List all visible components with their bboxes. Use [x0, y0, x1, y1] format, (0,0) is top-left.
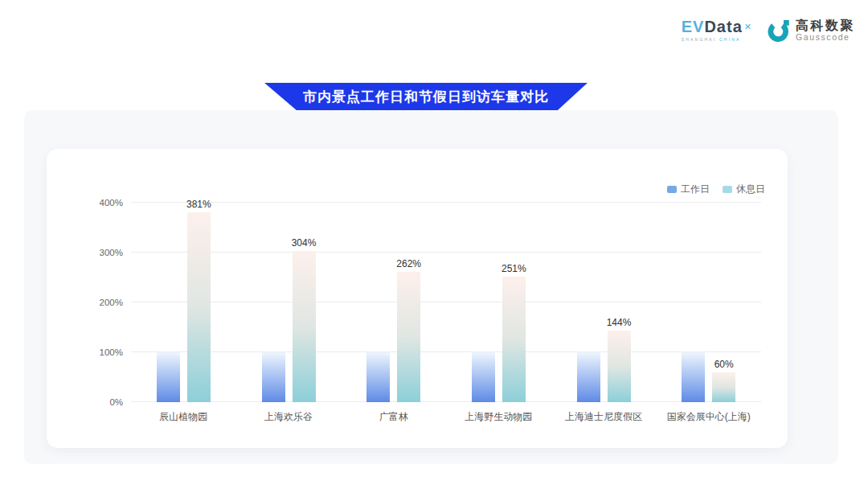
evdata-data-text: Data [704, 18, 742, 35]
bar-workday [262, 352, 285, 402]
bar-group: 144%上海迪士尼度假区 [551, 203, 657, 402]
evdata-x-icon: ✕ [744, 22, 752, 31]
evdata-ev-text: EV [682, 18, 705, 35]
bar-restday: 60% [712, 372, 735, 402]
chart-title: 市内景点工作日和节假日到访车量对比 [303, 88, 549, 106]
bar-value-label: 304% [292, 237, 317, 249]
x-axis-category-label: 广富林 [379, 410, 408, 424]
legend-swatch-workday [667, 186, 677, 193]
bar-group: 251%上海野生动物园 [446, 203, 551, 402]
bar-workday [472, 352, 495, 402]
bar-group: 381%辰山植物园 [131, 203, 236, 402]
bar-value-label: 60% [714, 359, 734, 370]
header-logos: EVData✕ SHANGHAI CHINA 高科数聚 Gausscode [682, 18, 855, 42]
bar-value-label: 381% [186, 199, 211, 210]
y-axis-tick-label: 400% [100, 198, 123, 208]
y-axis-tick-label: 200% [100, 298, 123, 307]
x-axis-category-label: 上海迪士尼度假区 [565, 410, 642, 424]
chart-legend: 工作日休息日 [667, 183, 765, 196]
legend-swatch-restday [723, 186, 732, 193]
gausscode-mark-icon [767, 18, 791, 42]
bar-workday [366, 352, 390, 402]
bar-restday: 251% [502, 277, 526, 402]
gausscode-en-name: Gausscode [796, 32, 855, 42]
chart-title-banner: 市内景点工作日和节假日到访车量对比 [264, 83, 588, 111]
bar-restday: 262% [397, 272, 420, 402]
gausscode-cn-name: 高科数聚 [796, 18, 855, 32]
x-axis-category-label: 辰山植物园 [159, 410, 207, 424]
bar-workday [682, 352, 705, 402]
bar-group: 304%上海欢乐谷 [236, 203, 342, 402]
bar-value-label: 262% [396, 258, 421, 269]
evdata-wordmark: EVData✕ [682, 18, 752, 35]
bar-restday: 144% [608, 331, 631, 402]
y-axis-tick-label: 300% [100, 248, 123, 257]
x-axis-category-label: 上海欢乐谷 [264, 410, 313, 424]
bar-chart-plot-area: 0%100%200%300%400% 381%辰山植物园304%上海欢乐谷262… [131, 203, 761, 402]
gausscode-text: 高科数聚 Gausscode [796, 18, 855, 42]
x-axis-category-label: 上海野生动物园 [465, 410, 532, 424]
evdata-subtext-shanghai: SHANGHAI [682, 37, 717, 42]
bar-value-label: 251% [502, 263, 526, 274]
bar-value-label: 144% [607, 317, 632, 328]
bar-restday: 304% [293, 251, 316, 402]
bar-restday: 381% [187, 212, 211, 402]
bar-groups-layer: 381%辰山植物园304%上海欢乐谷262%广富林251%上海野生动物园144%… [131, 203, 761, 402]
legend-item-restday[interactable]: 休息日 [723, 183, 765, 196]
chart-card: 工作日休息日 0%100%200%300%400% 381%辰山植物园304%上… [47, 149, 788, 448]
legend-label: 工作日 [681, 183, 710, 196]
evdata-subtext: SHANGHAI CHINA [682, 37, 741, 42]
legend-label: 休息日 [736, 183, 765, 196]
evdata-subtext-china: CHINA [719, 37, 741, 42]
gausscode-logo: 高科数聚 Gausscode [767, 18, 855, 42]
bar-workday [577, 352, 600, 402]
y-axis-tick-label: 100% [100, 347, 123, 357]
x-axis-category-label: 国家会展中心(上海) [667, 410, 751, 424]
legend-item-workday[interactable]: 工作日 [667, 183, 710, 196]
y-axis-tick-label: 0% [109, 397, 123, 407]
bar-workday [157, 352, 180, 402]
bar-group: 262%广富林 [341, 203, 446, 402]
bar-group: 60%国家会展中心(上海) [656, 203, 761, 402]
evdata-logo: EVData✕ SHANGHAI CHINA [682, 18, 752, 42]
